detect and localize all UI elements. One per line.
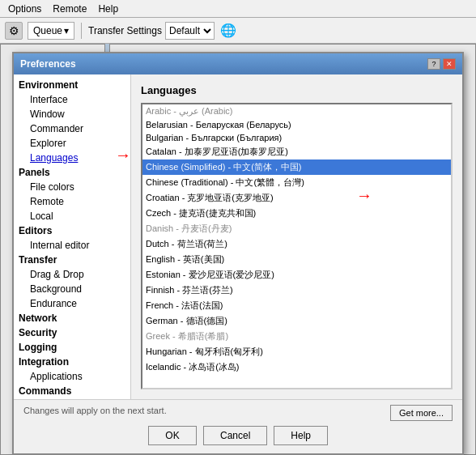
lang-item-9[interactable]: Dutch - 荷兰语(荷兰) xyxy=(142,236,451,252)
lang-item-13[interactable]: French - 法语(法国) xyxy=(142,298,451,313)
lang-item-14[interactable]: German - 德语(德国) xyxy=(142,313,451,329)
lang-item-0[interactable]: Arabic - عربي (Arabic) xyxy=(142,104,451,118)
bg-left-text xyxy=(1,45,104,48)
tree-item-applications[interactable]: Applications xyxy=(14,369,130,384)
tree-item-local[interactable]: Local xyxy=(14,209,130,223)
tree-item-internal-editor[interactable]: Internal editor xyxy=(14,238,130,253)
dialog-title: Preferences xyxy=(20,58,76,70)
tree-section-logging: Logging xyxy=(14,340,130,355)
dialog-content: Environment Interface Window Commander E… xyxy=(14,74,462,399)
tree-item-explorer[interactable]: Explorer xyxy=(14,136,130,151)
lang-item-17[interactable]: Icelandic - 冰岛语(冰岛) xyxy=(142,359,451,375)
toolbar-divider xyxy=(81,23,82,39)
lang-item-10[interactable]: English - 英语(美国) xyxy=(142,252,451,267)
globe-icon[interactable]: 🌐 xyxy=(219,22,237,40)
lang-item-11[interactable]: Estonian - 爱沙尼亚语(爱沙尼亚) xyxy=(142,267,451,283)
tree-item-commander[interactable]: Commander xyxy=(14,121,130,136)
tree-item-languages[interactable]: Languages xyxy=(14,151,130,165)
tree-item-window[interactable]: Window xyxy=(14,107,130,121)
menu-bar: Options Remote Help xyxy=(0,0,476,18)
lang-item-5[interactable]: Chinese (Traditional) - 中文(繁體，台灣) xyxy=(142,175,451,190)
tree-section-commands: Commands xyxy=(14,384,130,398)
footer-note: Changes will apply on the next start. xyxy=(23,406,167,415)
preferences-dialog: Preferences ? ✕ Environment Interface Wi… xyxy=(12,52,464,455)
tree-panel: Environment Interface Window Commander E… xyxy=(14,74,131,399)
help-button[interactable]: Help xyxy=(274,426,328,445)
tree-section-transfer: Transfer xyxy=(14,253,130,267)
transfer-dropdown[interactable]: Default xyxy=(165,22,215,40)
language-list: Arabic - عربي (Arabic)Belarusian - Белар… xyxy=(142,104,451,375)
tree-section-environment: Environment xyxy=(14,78,130,92)
menu-options[interactable]: Options xyxy=(3,2,46,16)
lang-item-3[interactable]: Catalan - 加泰罗尼亚语(加泰罗尼亚) xyxy=(142,144,451,159)
lang-item-8[interactable]: Danish - 丹麦语(丹麦) xyxy=(142,221,451,236)
footer-note-row: Changes will apply on the next start. Ge… xyxy=(23,405,453,421)
content-title: Languages xyxy=(141,84,453,96)
transfer-settings: Transfer Settings Default xyxy=(88,22,215,40)
tree-section-security: Security xyxy=(14,325,130,340)
tree-section-integration: Integration xyxy=(14,355,130,369)
dialog-titlebar: Preferences ? ✕ xyxy=(14,53,462,74)
cancel-button[interactable]: Cancel xyxy=(203,426,267,445)
gear-icon[interactable]: ⚙ xyxy=(5,22,23,40)
tree-section-panels: Panels xyxy=(14,165,130,180)
tree-section-editors: Editors xyxy=(14,223,130,238)
tree-item-background[interactable]: Background xyxy=(14,282,130,296)
background-area: Preferences ? ✕ Environment Interface Wi… xyxy=(0,44,476,455)
queue-button[interactable]: Queue ▾ xyxy=(28,22,74,40)
lang-item-6[interactable]: Croatian - 克罗地亚语(克罗地亚) xyxy=(142,190,451,206)
lang-item-16[interactable]: Hungarian - 匈牙利语(匈牙利) xyxy=(142,344,451,359)
content-panel: Languages Arabic - عربي (Arabic)Belarusi… xyxy=(131,74,462,399)
get-more-button[interactable]: Get more... xyxy=(390,405,453,421)
lang-item-2[interactable]: Bulgarian - Български (България) xyxy=(142,131,451,144)
tree-item-endurance[interactable]: Endurance xyxy=(14,296,130,311)
toolbar: ⚙ Queue ▾ Transfer Settings Default 🌐 xyxy=(0,18,476,44)
tree-item-file-colors[interactable]: File colors xyxy=(14,180,130,194)
tree-item-remote[interactable]: Remote xyxy=(14,194,130,209)
button-row: OK Cancel Help xyxy=(23,421,453,447)
lang-item-7[interactable]: Czech - 捷克语(捷克共和国) xyxy=(142,206,451,221)
lang-item-1[interactable]: Belarusian - Беларуская (Беларусь) xyxy=(142,118,451,131)
ok-button[interactable]: OK xyxy=(148,426,197,445)
dialog-title-buttons: ? ✕ xyxy=(427,58,456,70)
lang-item-15[interactable]: Greek - 希腊语(希腊) xyxy=(142,329,451,344)
menu-help[interactable]: Help xyxy=(93,2,123,16)
lang-item-4[interactable]: Chinese (Simplified) - 中文(简体，中国) xyxy=(142,159,451,175)
tree-item-interface[interactable]: Interface xyxy=(14,92,130,107)
dialog-close-button[interactable]: ✕ xyxy=(443,58,456,70)
tree-item-drag-drop[interactable]: Drag & Drop xyxy=(14,267,130,282)
dialog-help-button[interactable]: ? xyxy=(427,58,440,70)
language-list-container[interactable]: Arabic - عربي (Arabic)Belarusian - Белар… xyxy=(141,103,453,389)
tree-section-network: Network xyxy=(14,311,130,325)
lang-item-12[interactable]: Finnish - 芬兰语(芬兰) xyxy=(142,283,451,298)
menu-remote[interactable]: Remote xyxy=(48,2,91,16)
dialog-footer: Changes will apply on the next start. Ge… xyxy=(14,399,462,453)
